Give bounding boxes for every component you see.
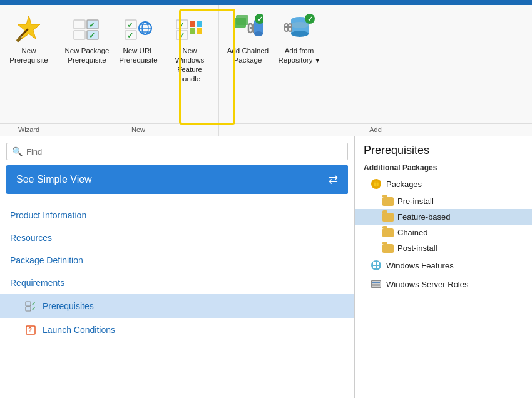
svg-point-33 (254, 31, 263, 36)
new-windows-feature-bundle-icon: ✓ ✓ (174, 13, 205, 44)
new-windows-feature-bundle-button[interactable]: ✓ ✓ New WindowsFeature bundle (165, 10, 215, 86)
svg-rect-63 (372, 285, 380, 286)
nav-item-package-definition[interactable]: Package Definition (0, 249, 354, 272)
add-chained-package-button[interactable]: ✓ Add ChainedPackage (223, 10, 273, 68)
post-install-folder-icon (382, 244, 394, 253)
tree-sub-item-chained[interactable]: Chained (355, 225, 532, 240)
tree-item-windows-features[interactable]: Windows Features (355, 256, 532, 275)
right-panel: Prerequisites Additional Packages Packag… (355, 136, 532, 398)
search-input[interactable] (26, 147, 342, 156)
chained-label: Chained (397, 228, 427, 237)
add-chained-package-icon: ✓ (232, 13, 263, 44)
right-panel-title: Prerequisites (355, 136, 532, 161)
svg-text:✓: ✓ (257, 15, 263, 23)
main-content: 🔍 See Simple View ⇄ Product Information … (0, 136, 532, 398)
packages-label: Packages (386, 180, 422, 189)
nav-item-resources[interactable]: Resources (0, 227, 354, 249)
svg-text:✓: ✓ (307, 15, 313, 23)
new-windows-feature-bundle-label: New WindowsFeature bundle (167, 46, 212, 84)
tree-item-packages[interactable]: Packages (355, 175, 532, 193)
prerequisites-label: Prerequisites (43, 301, 94, 311)
new-package-prerequisite-label: New PackagePrerequisite (65, 46, 110, 65)
launch-icon: ? (25, 324, 38, 336)
prereq-icon: ✓ ✓ (25, 300, 38, 312)
add-from-repository-icon: ✓ (284, 13, 315, 44)
new-url-prerequisite-button[interactable]: ✓ ✓ New URLPrerequisite (113, 10, 163, 68)
tree-sub-item-feature-based[interactable]: Feature-based (355, 209, 532, 225)
new-section-label: New (58, 123, 218, 136)
search-bar[interactable]: 🔍 (6, 143, 348, 160)
svg-rect-22 (190, 28, 195, 34)
svg-rect-58 (377, 266, 379, 268)
svg-point-39 (291, 22, 309, 28)
ribbon-items-wizard: New Prerequisite (0, 5, 58, 123)
add-from-repository-button[interactable]: ✓ Add fromRepository ▼ (274, 10, 324, 68)
top-bar (0, 0, 532, 5)
svg-rect-45 (26, 302, 31, 306)
new-url-prerequisite-label: New URLPrerequisite (119, 46, 157, 65)
simple-view-button[interactable]: See Simple View ⇄ (6, 165, 348, 194)
svg-rect-57 (373, 266, 376, 268)
svg-point-54 (371, 260, 381, 270)
svg-rect-27 (236, 15, 248, 25)
new-package-prerequisite-icon: ✓ ✓ (71, 13, 103, 44)
windows-server-roles-icon (370, 278, 382, 290)
ribbon-items-new: ✓ ✓ New PackagePrerequisite (58, 5, 218, 123)
feature-based-label: Feature-based (397, 212, 451, 222)
svg-rect-20 (190, 21, 195, 27)
svg-text:✓: ✓ (178, 31, 185, 40)
windows-server-roles-label: Windows Server Roles (386, 280, 469, 289)
search-icon: 🔍 (12, 146, 23, 156)
tree-sub-item-post-install[interactable]: Post-install (355, 240, 532, 256)
chained-folder-icon (382, 228, 394, 237)
nav-sub-item-launch-conditions[interactable]: ? Launch Conditions (0, 318, 354, 342)
pre-install-label: Pre-install (397, 196, 434, 206)
svg-rect-21 (197, 21, 202, 27)
right-section-label: Additional Packages (355, 161, 532, 175)
tree-item-windows-server-roles[interactable]: Windows Server Roles (355, 275, 532, 293)
svg-rect-55 (373, 262, 376, 265)
windows-features-icon (370, 259, 382, 272)
nav-sub-item-prerequisites[interactable]: ✓ ✓ Prerequisites (0, 294, 354, 318)
pre-install-folder-icon (382, 197, 394, 206)
svg-rect-30 (250, 27, 255, 29)
svg-text:?: ? (28, 327, 32, 334)
wizard-section-label: Wizard (0, 123, 58, 136)
svg-rect-62 (372, 284, 380, 285)
svg-text:✓: ✓ (178, 21, 185, 29)
new-prerequisite-icon (13, 13, 44, 44)
svg-text:✓: ✓ (127, 31, 133, 40)
svg-text:✓: ✓ (127, 21, 133, 29)
add-from-repository-label: Add fromRepository ▼ (278, 46, 320, 65)
add-chained-package-label: Add ChainedPackage (227, 46, 269, 65)
post-install-label: Post-install (397, 243, 437, 253)
add-section-label: Add (219, 123, 532, 136)
new-url-prerequisite-icon: ✓ ✓ (123, 13, 154, 44)
svg-point-38 (291, 31, 309, 37)
nav-items: Product Information Resources Package De… (0, 202, 354, 344)
ribbon: New Prerequisite Wizard ✓ ✓ New (0, 5, 532, 136)
svg-text:✓: ✓ (89, 31, 95, 40)
svg-rect-61 (372, 282, 380, 283)
svg-rect-56 (377, 262, 379, 265)
new-package-prerequisite-button[interactable]: ✓ ✓ New PackagePrerequisite (62, 10, 112, 68)
feature-based-folder-icon (382, 213, 394, 222)
svg-text:✓: ✓ (31, 305, 36, 312)
arrows-icon: ⇄ (329, 173, 338, 186)
ribbon-section-wizard: New Prerequisite Wizard (0, 5, 58, 136)
ribbon-section-new: ✓ ✓ New PackagePrerequisite (58, 5, 219, 136)
new-prerequisite-label: New Prerequisite (6, 46, 51, 65)
ribbon-items-add: ✓ Add ChainedPackage (219, 5, 532, 123)
svg-rect-46 (26, 307, 31, 311)
new-prerequisite-button[interactable]: New Prerequisite (4, 10, 54, 68)
ribbon-section-add: ✓ Add ChainedPackage (219, 5, 532, 136)
svg-rect-23 (197, 28, 202, 34)
tree-sub-item-pre-install[interactable]: Pre-install (355, 193, 532, 209)
nav-item-requirements[interactable]: Requirements (0, 272, 354, 294)
left-panel: 🔍 See Simple View ⇄ Product Information … (0, 136, 355, 398)
svg-rect-4 (74, 31, 85, 39)
svg-rect-42 (285, 26, 291, 28)
launch-conditions-label: Launch Conditions (43, 325, 115, 335)
svg-rect-3 (74, 20, 85, 29)
nav-item-product-information[interactable]: Product Information (0, 204, 354, 227)
